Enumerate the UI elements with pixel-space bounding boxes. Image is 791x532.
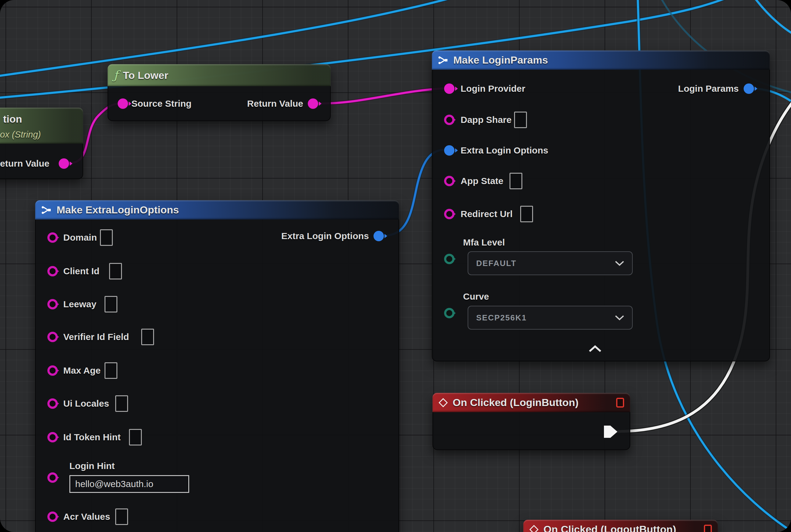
mfa-level-label: Mfa Level — [463, 237, 505, 248]
delegate-pin-icon[interactable] — [616, 398, 624, 407]
pin-source-string[interactable] — [118, 98, 128, 109]
node-title: tion — [3, 113, 22, 125]
node-title: On Clicked (LoginButton) — [453, 397, 579, 408]
wire-tolower-to-login-provider[interactable] — [318, 88, 443, 103]
pin-max-age[interactable] — [47, 365, 58, 376]
node-title: Make LoginParams — [453, 54, 548, 66]
pin-dapp-share[interactable] — [444, 115, 455, 125]
pin-mfa-level[interactable] — [444, 254, 455, 264]
curve-label: Curve — [463, 291, 489, 302]
pin-label-leeway: Leeway — [63, 299, 96, 310]
redirect-url-value-box[interactable] — [520, 206, 533, 222]
dapp-share-value-box[interactable] — [514, 112, 527, 128]
pin-label-dapp-share: Dapp Share — [461, 114, 512, 125]
domain-value-box[interactable] — [100, 229, 113, 246]
wire-tolower-to-login-provider[interactable] — [318, 88, 443, 103]
app-state-value-box[interactable] — [509, 173, 522, 189]
pin-ui-locales[interactable] — [47, 398, 58, 409]
mfa-level-value: DEFAULT — [476, 259, 517, 268]
max-age-value-box[interactable] — [104, 362, 117, 379]
pin-label-verifier-id-field: Verifier Id Field — [63, 331, 129, 342]
chevron-down-icon — [615, 261, 624, 266]
event-diamond-icon — [439, 398, 448, 407]
make-struct-icon — [41, 206, 52, 215]
pin-login-provider[interactable] — [444, 83, 455, 94]
pin-label-app-state: App State — [461, 175, 503, 187]
chevron-down-icon — [615, 315, 624, 320]
pin-id-token-hint[interactable] — [47, 432, 58, 442]
pin-label-login-provider: Login Provider — [461, 83, 525, 94]
pin-client-id[interactable] — [47, 266, 58, 277]
node-header[interactable]: Make LoginParams — [432, 51, 770, 70]
node-header[interactable]: On Clicked (LogoutButton) — [523, 520, 718, 532]
node-header[interactable]: Make ExtraLoginOptions — [35, 200, 399, 220]
acr-values-value-box[interactable] — [115, 509, 128, 525]
pin-label-source-string: Source String — [131, 98, 192, 109]
node-textbox-partial[interactable]: tion ox (String) eturn Value — [0, 108, 83, 179]
pin-app-state[interactable] — [444, 176, 455, 186]
pin-redirect-url[interactable] — [444, 209, 455, 219]
node-subtitle: ox (String) — [0, 130, 41, 140]
pin-label-extra-login-options-out: Extra Login Options — [281, 230, 369, 242]
login-hint-value: hello@web3auth.io — [75, 479, 153, 489]
pin-login-params-out[interactable] — [744, 83, 754, 94]
node-on-clicked-logoutbutton[interactable]: On Clicked (LogoutButton) — [523, 520, 718, 532]
blueprint-graph-canvas[interactable]: tion ox (String) eturn Value ƒ To Lower … — [0, 0, 791, 532]
pin-extra-login-options-out[interactable] — [373, 231, 384, 241]
function-icon: ƒ — [114, 70, 118, 81]
pin-label-id-token-hint: Id Token Hint — [63, 432, 121, 443]
pin-login-hint[interactable] — [47, 472, 58, 483]
verifier-id-field-value-box[interactable] — [141, 329, 154, 345]
pin-label-client-id: Client Id — [63, 266, 99, 277]
pin-label-domain: Domain — [63, 232, 97, 243]
pin-label-acr-values: Acr Values — [63, 511, 110, 522]
curve-dropdown[interactable]: SECP256K1 — [468, 306, 633, 329]
node-on-clicked-loginbutton[interactable]: On Clicked (LoginButton) — [432, 393, 630, 450]
node-title: Make ExtraLoginOptions — [57, 204, 179, 216]
pin-label-login-params-out: Login Params — [678, 83, 739, 94]
node-header[interactable]: ƒ To Lower — [108, 64, 331, 86]
pin-verifier-id-field[interactable] — [47, 332, 58, 342]
pin-return-value[interactable] — [59, 158, 69, 169]
collapse-chevron-up-icon[interactable] — [589, 345, 602, 353]
pin-acr-values[interactable] — [47, 512, 58, 522]
leeway-value-box[interactable] — [104, 296, 117, 312]
pin-curve[interactable] — [444, 308, 455, 318]
node-make-loginparams[interactable]: Make LoginParams Login Provider Login Pa… — [432, 51, 770, 361]
pin-label-return-value: Return Value — [247, 98, 303, 109]
pin-label-max-age: Max Age — [63, 365, 100, 376]
wire-blue-corner[interactable] — [749, 0, 791, 38]
node-title: On Clicked (LogoutButton) — [543, 524, 676, 532]
node-to-lower[interactable]: ƒ To Lower Source String Return Value — [108, 64, 331, 121]
ui-locales-value-box[interactable] — [115, 395, 128, 412]
curve-value: SECP256K1 — [476, 313, 527, 323]
node-make-extraloginoptions[interactable]: Make ExtraLoginOptions Extra Login Optio… — [35, 200, 399, 532]
pin-extra-login-options-in[interactable] — [444, 145, 455, 156]
node-header[interactable]: On Clicked (LoginButton) — [432, 393, 630, 412]
mfa-level-dropdown[interactable]: DEFAULT — [468, 251, 633, 275]
pin-return-value[interactable] — [308, 98, 318, 109]
pin-label-redirect-url: Redirect Url — [461, 209, 513, 220]
pin-domain[interactable] — [47, 232, 58, 243]
pin-label-ui-locales: Ui Locales — [63, 398, 109, 409]
id-token-hint-value-box[interactable] — [129, 429, 142, 445]
event-diamond-icon — [529, 525, 539, 532]
exec-output-pin[interactable] — [604, 425, 618, 439]
delegate-pin-icon[interactable] — [704, 525, 712, 532]
pin-leeway[interactable] — [47, 299, 58, 309]
node-title: To Lower — [123, 70, 168, 81]
pin-label-extra-login-options-in: Extra Login Options — [461, 145, 548, 156]
pin-label-login-hint: Login Hint — [70, 460, 115, 472]
make-struct-icon — [438, 56, 448, 65]
client-id-value-box[interactable] — [109, 263, 122, 280]
pin-label-return-value: eturn Value — [0, 158, 50, 169]
login-hint-input[interactable]: hello@web3auth.io — [70, 475, 189, 493]
